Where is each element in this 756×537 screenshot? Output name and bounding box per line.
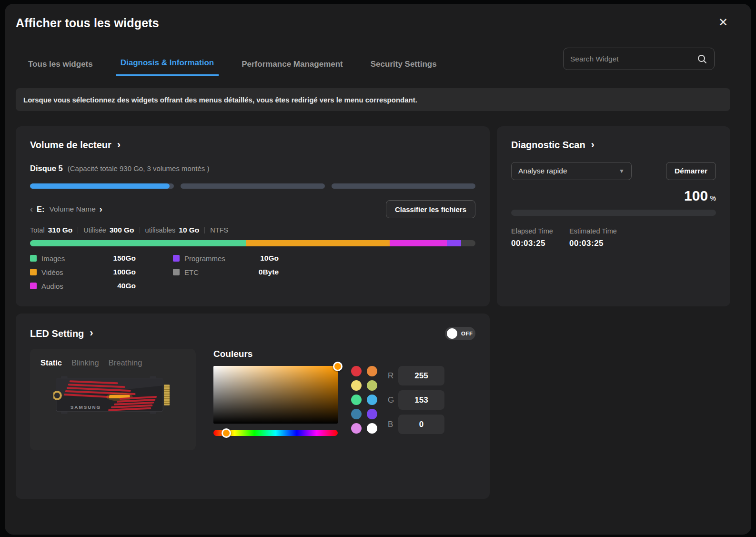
swatch-orange[interactable]: [367, 366, 377, 376]
usage-bar: [30, 240, 475, 246]
legend-label: Images: [41, 254, 113, 263]
stat-free-value: 10 Go: [179, 226, 199, 234]
colors-title: Couleurs: [213, 349, 444, 359]
tab-tous-les-widgets[interactable]: Tous les widgets: [23, 57, 98, 76]
chevron-right-icon[interactable]: ›: [117, 140, 121, 150]
prev-volume-icon[interactable]: ‹: [30, 204, 33, 214]
led-setting-card: LED Setting › OFF Static Blinking Breath…: [16, 314, 490, 499]
led-mode-panel: Static Blinking Breathing: [30, 349, 196, 450]
chevron-down-icon: ▼: [619, 168, 625, 174]
led-card-title: LED Setting: [30, 328, 84, 339]
stat-used-label: Utilisée: [83, 226, 106, 234]
legend-item-videos: Vidéos 100Go: [30, 268, 136, 276]
rgb-inputs: R 255 G 153 B 0: [388, 366, 444, 436]
tab-bar: Tous les widgets Diagnosis & Information…: [23, 55, 442, 76]
info-banner-text: Lorsque vous sélectionnez des widgets of…: [23, 96, 417, 104]
estimated-time-value: 00:03:25: [569, 239, 627, 248]
stat-free-label: utilisables: [145, 226, 176, 234]
volume-bar-3[interactable]: [332, 183, 475, 189]
search-icon[interactable]: [697, 54, 707, 64]
volume-selector-bars: [30, 183, 475, 189]
tab-diagnosis-information[interactable]: Diagnosis & Information: [116, 55, 219, 76]
close-icon[interactable]: ✕: [716, 15, 730, 30]
swatch-yellow-green[interactable]: [367, 380, 377, 391]
legend-item-images: Images 150Go: [30, 254, 136, 263]
swatch-yellow[interactable]: [351, 380, 362, 391]
rgb-b-label: B: [388, 420, 398, 429]
legend-item-etc: ETC 0Byte: [173, 268, 279, 276]
swatch-white[interactable]: [367, 423, 377, 434]
legend-label: ETC: [184, 268, 259, 276]
stat-total-value: 310 Go: [48, 226, 73, 234]
swatch-purple[interactable]: [367, 409, 377, 419]
usage-legend: Images 150Go Vidéos 100Go Audios 40Go: [30, 254, 475, 290]
legend-label: Programmes: [184, 254, 260, 263]
rgb-r-field[interactable]: 255: [398, 366, 444, 385]
rgb-g-field[interactable]: 153: [398, 390, 444, 410]
rgb-b-field[interactable]: 0: [398, 415, 444, 434]
swatch-green[interactable]: [351, 395, 362, 405]
scan-type-selected: Analyse rapide: [518, 167, 619, 175]
legend-swatch-etc: [173, 269, 180, 275]
volume-stats: Total 310 Go Utilisée 300 Go utilisables…: [30, 226, 475, 234]
saturation-value-picker[interactable]: [213, 366, 338, 424]
page-title: Afficher tous les widgets: [16, 16, 159, 30]
ssd-image: SAMSUNG: [40, 375, 185, 415]
legend-item-audios: Audios 40Go: [30, 282, 136, 290]
swatch-orchid[interactable]: [351, 423, 362, 434]
scan-type-dropdown[interactable]: Analyse rapide ▼: [511, 162, 632, 180]
usage-seg-videos: [246, 240, 390, 246]
legend-item-programmes: Programmes 10Go: [173, 254, 279, 263]
legend-label: Vidéos: [41, 268, 113, 276]
legend-swatch-audios: [30, 283, 37, 289]
swatch-steel-blue[interactable]: [351, 409, 362, 419]
divider: [140, 227, 140, 233]
volume-card: Volume de lecteur › Disque 5 (Capacité t…: [16, 126, 490, 306]
legend-value: 40Go: [117, 282, 136, 290]
tab-security-settings[interactable]: Security Settings: [366, 57, 442, 76]
hue-slider[interactable]: [213, 430, 338, 436]
chevron-right-icon[interactable]: ›: [591, 140, 595, 150]
led-toggle-knob[interactable]: [447, 328, 457, 339]
legend-value: 10Go: [260, 254, 279, 263]
classify-files-button[interactable]: Classifier les fichiers: [386, 200, 475, 218]
usage-seg-audios: [390, 240, 447, 246]
widgets-modal: Afficher tous les widgets ✕ Tous les wid…: [5, 4, 751, 535]
scan-progress-unit: %: [710, 194, 716, 202]
elapsed-time-value: 00:03:25: [511, 239, 569, 248]
search-input[interactable]: [570, 55, 697, 63]
scan-progress-bar: [511, 210, 716, 216]
usage-seg-images: [30, 240, 246, 246]
color-swatches: [351, 366, 377, 436]
drive-letter: E:: [37, 205, 45, 214]
chevron-right-icon[interactable]: ›: [90, 328, 93, 338]
mode-tab-breathing[interactable]: Breathing: [109, 358, 142, 367]
hue-slider-handle[interactable]: [222, 428, 231, 438]
estimated-time-label: Estimated Time: [569, 227, 627, 235]
volume-bar-2[interactable]: [181, 183, 324, 189]
usage-seg-programmes: [447, 240, 461, 246]
volume-bar-1[interactable]: [30, 183, 174, 189]
search-widget-box[interactable]: [563, 48, 715, 70]
info-banner: Lorsque vous sélectionnez des widgets of…: [16, 88, 730, 111]
diagnostic-card-title: Diagnostic Scan: [511, 140, 585, 151]
ssd-brand-text: SAMSUNG: [71, 405, 101, 410]
swatch-sky-blue[interactable]: [367, 395, 377, 405]
sv-picker-handle[interactable]: [333, 362, 343, 371]
mode-tab-static[interactable]: Static: [40, 358, 62, 367]
divider: [204, 227, 205, 233]
mode-tab-blinking[interactable]: Blinking: [71, 358, 99, 367]
divider: [78, 227, 78, 233]
legend-swatch-programmes: [173, 255, 180, 262]
next-volume-icon[interactable]: ›: [100, 204, 102, 214]
disk-name: Disque 5: [30, 164, 63, 173]
start-scan-button[interactable]: Démarrer: [666, 162, 716, 180]
led-toggle[interactable]: OFF: [445, 327, 475, 340]
legend-value: 0Byte: [259, 268, 279, 276]
disk-capacity-info: (Capacité totale 930 Go, 3 volumes monté…: [68, 164, 210, 172]
tab-performance-management[interactable]: Performance Management: [237, 57, 348, 76]
swatch-red[interactable]: [351, 366, 362, 376]
stat-filesystem-label: NTFS: [210, 226, 228, 234]
stat-total-label: Total: [30, 226, 45, 234]
rgb-r-label: R: [388, 371, 398, 381]
